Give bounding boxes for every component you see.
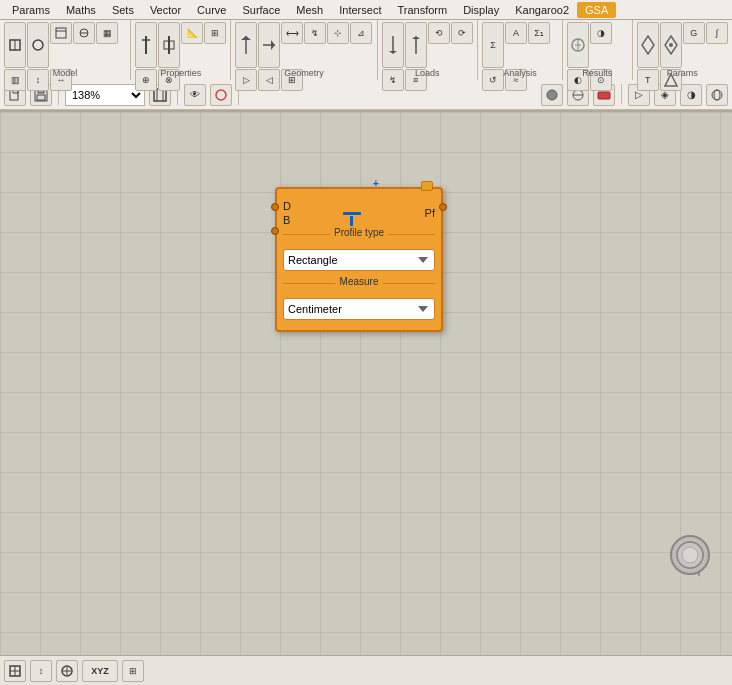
toolbar-buttons-model: ▦ ▥ ↕ ↔ (4, 22, 126, 105)
node-left-connectors (271, 203, 279, 235)
node-right-connectors (439, 203, 447, 211)
profile-type-label: Profile type (330, 227, 388, 238)
svg-marker-14 (271, 40, 275, 50)
menu-kangaroo2[interactable]: Kangaroo2 (507, 2, 577, 18)
toolbar-label-geometry: Geometry (231, 68, 376, 78)
menu-mesh[interactable]: Mesh (288, 2, 331, 18)
toolbar-btn-model-4[interactable] (73, 22, 95, 44)
toolbar-buttons-properties: 📐 ⊞ ⊕ ⊗ (135, 22, 226, 105)
toolbar-buttons-results: ◑ ◐ ⊙ (567, 22, 628, 105)
conn-dot-pf[interactable] (439, 203, 447, 211)
toolbar-buttons-params: G ∫ T (637, 22, 728, 105)
node-label-pf: Pf (425, 207, 435, 219)
toolbar-group-loads: ⟲ ⟳ ↯ ≡ Loads (378, 20, 478, 80)
statusbar: ↕ XYZ ⊞ (0, 655, 732, 685)
profile-type-divider: Profile type (283, 234, 435, 235)
toolbar-group-params: G ∫ T Params (633, 20, 732, 80)
status-btn-5[interactable]: ⊞ (122, 660, 144, 682)
toolbar-btn-model-1[interactable] (4, 22, 26, 68)
toolbar-btn-geom-4[interactable]: ↯ (304, 22, 326, 44)
node-label-b: B (283, 214, 291, 226)
toolbar-group-model: ▦ ▥ ↕ ↔ Model (0, 20, 131, 80)
toolbar-btn-params-3[interactable]: G (683, 22, 705, 44)
menu-surface[interactable]: Surface (234, 2, 288, 18)
svg-marker-16 (389, 51, 397, 54)
svg-rect-3 (56, 28, 66, 38)
node-labels: D B (283, 200, 291, 226)
menu-display[interactable]: Display (455, 2, 507, 18)
menu-params[interactable]: Params (4, 2, 58, 18)
toolbar-btn-analysis-1[interactable]: Σ (482, 22, 504, 68)
svg-point-24 (669, 43, 673, 47)
menu-maths[interactable]: Maths (58, 2, 104, 18)
toolbar-buttons-loads: ⟲ ⟳ ↯ ≡ (382, 22, 473, 105)
ibeam-icon: + (343, 195, 373, 230)
toolbar-btn-analysis-2[interactable]: A (505, 22, 527, 44)
toolbar-btn-geom-1[interactable] (235, 22, 257, 68)
svg-marker-22 (642, 36, 654, 54)
toolbar-label-model: Model (0, 68, 130, 78)
status-btn-xyz[interactable]: XYZ (82, 660, 118, 682)
menu-sets[interactable]: Sets (104, 2, 142, 18)
conn-dot-d[interactable] (271, 203, 279, 211)
toolbar-buttons-geometry: ⟷ ↯ ⊹ ⊿ ▷ ◁ ⊞ (235, 22, 372, 105)
toolbar-buttons-analysis: Σ A Σ₁ ↺ ≈ (482, 22, 558, 105)
measure-select[interactable]: Millimeter Centimeter Meter Inch Foot (283, 298, 435, 320)
toolbar-btn-geom-6[interactable]: ⊿ (350, 22, 372, 44)
menu-transform[interactable]: Transform (389, 2, 455, 18)
measure-divider: Measure (283, 283, 435, 284)
menubar: Params Maths Sets Vector Curve Surface M… (0, 0, 732, 20)
toolbar-btn-props-4[interactable]: ⊞ (204, 22, 226, 44)
menu-gsa[interactable]: GSA (577, 2, 616, 18)
toolbar-btn-results-1[interactable] (567, 22, 589, 68)
svg-point-2 (33, 40, 43, 50)
node-card: D B + Pf Profile type Rectangle Circle I… (275, 187, 443, 332)
toolbar-label-loads: Loads (378, 68, 477, 78)
toolbar-btn-params-2[interactable] (660, 22, 682, 68)
toolbar-group-results: ◑ ◐ ⊙ Results (563, 20, 633, 80)
toolbar-label-params: Params (633, 68, 732, 78)
canvas-area[interactable]: D B + Pf Profile type Rectangle Circle I… (0, 112, 732, 657)
toolbar-btn-model-5[interactable]: ▦ (96, 22, 118, 44)
toolbar-btn-props-1[interactable] (135, 22, 157, 68)
toolbar-btn-geom-3[interactable]: ⟷ (281, 22, 303, 44)
svg-point-45 (682, 547, 698, 563)
menu-curve[interactable]: Curve (189, 2, 234, 18)
toolbar-btn-model-3[interactable] (50, 22, 72, 44)
status-btn-2[interactable]: ↕ (30, 660, 52, 682)
toolbar-group-analysis: Σ A Σ₁ ↺ ≈ Analysis (478, 20, 563, 80)
toolbar-label-analysis: Analysis (478, 68, 562, 78)
toolbar-btn-props-3[interactable]: 📐 (181, 22, 203, 44)
toolbar-label-properties: Properties (131, 68, 230, 78)
node-card-header: D B + Pf (283, 195, 435, 230)
toolbar-group-properties: 📐 ⊞ ⊕ ⊗ Properties (131, 20, 231, 80)
menu-intersect[interactable]: Intersect (331, 2, 389, 18)
toolbar-btn-loads-1[interactable] (382, 22, 404, 68)
toolbar-btn-loads-4[interactable]: ⟳ (451, 22, 473, 44)
toolbar-btn-params-4[interactable]: ∫ (706, 22, 728, 44)
measure-label: Measure (336, 276, 383, 287)
toolbar-btn-analysis-3[interactable]: Σ₁ (528, 22, 550, 44)
toolbar-area: ▦ ▥ ↕ ↔ Model 📐 ⊞ ⊕ ⊗ Properties (0, 20, 732, 112)
status-btn-1[interactable] (4, 660, 26, 682)
navigator[interactable] (670, 535, 710, 575)
toolbar-btn-geom-5[interactable]: ⊹ (327, 22, 349, 44)
toolbar-btn-results-2[interactable]: ◑ (590, 22, 612, 44)
conn-dot-b[interactable] (271, 227, 279, 235)
toolbar-btn-model-2[interactable] (27, 22, 49, 68)
svg-marker-12 (241, 36, 251, 40)
node-label-d: D (283, 200, 291, 212)
toolbar-btn-loads-2[interactable] (405, 22, 427, 68)
toolbar-btn-loads-3[interactable]: ⟲ (428, 22, 450, 44)
profile-type-select[interactable]: Rectangle Circle I-Section T-Section Box (283, 249, 435, 271)
node-indicator (421, 181, 433, 191)
toolbar-btn-geom-2[interactable] (258, 22, 280, 68)
toolbar-btn-params-1[interactable] (637, 22, 659, 68)
svg-marker-18 (412, 36, 420, 39)
menu-vector[interactable]: Vector (142, 2, 189, 18)
status-btn-3[interactable] (56, 660, 78, 682)
toolbar-btn-props-2[interactable] (158, 22, 180, 68)
toolbar-row: ▦ ▥ ↕ ↔ Model 📐 ⊞ ⊕ ⊗ Properties (0, 20, 732, 80)
toolbar-group-geometry: ⟷ ↯ ⊹ ⊿ ▷ ◁ ⊞ Geometry (231, 20, 377, 80)
toolbar-label-results: Results (563, 68, 632, 78)
